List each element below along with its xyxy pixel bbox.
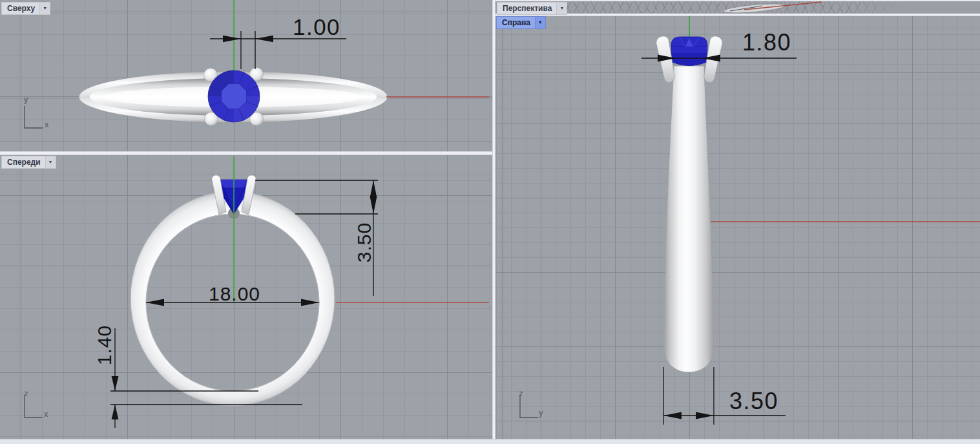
axis-indicator-top — [25, 106, 43, 128]
chevron-down-icon[interactable]: ▼ — [39, 2, 50, 15]
axis-label-right-horizontal: y — [539, 408, 543, 417]
dimension-text-stone-width[interactable]: 1.80 — [722, 29, 812, 56]
top-view-group — [25, 0, 489, 128]
axis-indicator-front — [25, 395, 43, 418]
viewport-tab-front-label[interactable]: Спереди — [1, 156, 45, 169]
right-view-group — [520, 16, 980, 425]
axis-label-front-horizontal: x — [44, 410, 48, 418]
viewport-tab-right-label[interactable]: Справа — [496, 16, 535, 29]
viewport-tab-perspective[interactable]: Перспектива ▼ — [497, 2, 567, 15]
chevron-down-icon[interactable]: ▼ — [535, 16, 546, 29]
perspective-ring-sliver — [724, 2, 822, 15]
axis-label-right-vertical: z — [519, 389, 523, 397]
viewport-tab-top-label[interactable]: Сверху — [1, 2, 39, 15]
dimension-text-inner-diameter[interactable]: 18.00 — [189, 283, 280, 305]
axis-label-top-vertical: y — [24, 95, 28, 103]
chevron-down-icon[interactable]: ▼ — [556, 2, 567, 15]
dimension-text-band-width[interactable]: 3.50 — [709, 388, 799, 415]
gem-top-view[interactable] — [208, 70, 260, 122]
cad-workspace: Сверху ▼ Спереди ▼ Перспектива ▼ Справа … — [0, 0, 980, 444]
ring-band-right-view[interactable] — [664, 66, 714, 372]
axis-indicator-right — [520, 395, 538, 418]
axis-label-top-horizontal: x — [45, 120, 49, 129]
scene-geometry — [0, 0, 980, 444]
dimension-text-top-width[interactable]: 1.00 — [271, 14, 362, 40]
viewport-tab-front[interactable]: Спереди ▼ — [1, 156, 56, 169]
viewport-tab-right[interactable]: Справа ▼ — [496, 16, 546, 29]
chevron-down-icon[interactable]: ▼ — [45, 156, 56, 169]
dimension-1-40[interactable] — [110, 328, 302, 428]
dimension-text-head-height[interactable]: 3.50 — [353, 222, 375, 263]
gem-right-view[interactable] — [671, 37, 707, 66]
viewport-tab-perspective-label[interactable]: Перспектива — [497, 2, 556, 15]
axis-label-front-vertical: z — [24, 389, 28, 397]
dimension-text-band-thickness[interactable]: 1.40 — [94, 324, 116, 366]
viewport-tab-top[interactable]: Сверху ▼ — [1, 2, 50, 15]
